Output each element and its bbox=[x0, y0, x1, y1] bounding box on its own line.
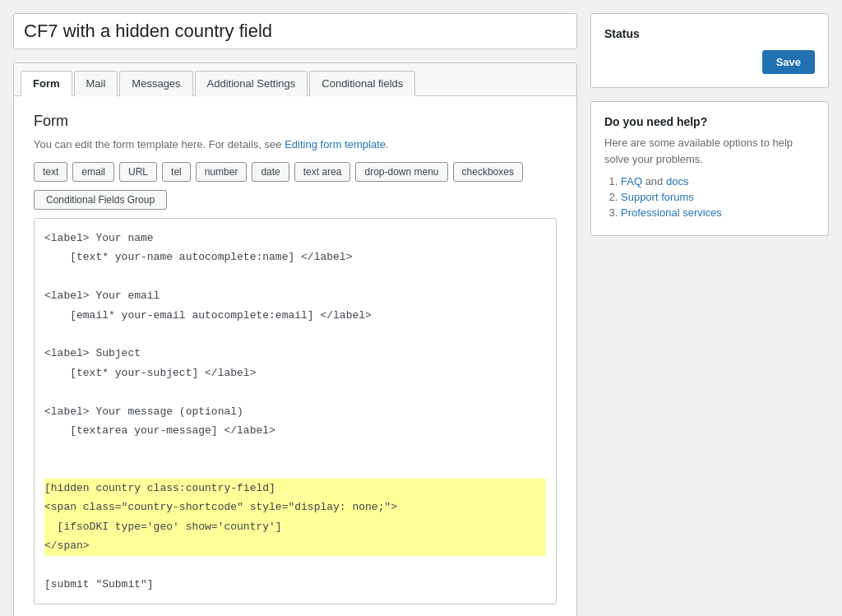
tab-form-content: Form You can edit the form template here… bbox=[14, 96, 576, 616]
help-item-3: Professional services bbox=[621, 206, 815, 219]
field-btn-url[interactable]: URL bbox=[119, 162, 157, 182]
field-btn-conditional-group[interactable]: Conditional Fields Group bbox=[34, 190, 167, 210]
professional-services-link[interactable]: Professional services bbox=[621, 206, 722, 219]
help-item-2: Support forums bbox=[621, 191, 815, 203]
tab-additional-settings[interactable]: Additional Settings bbox=[195, 71, 308, 96]
field-btn-text[interactable]: text bbox=[34, 162, 67, 182]
field-btn-number[interactable]: number bbox=[196, 162, 248, 182]
tabs-nav: Form Mail Messages Additional Settings C… bbox=[14, 63, 576, 96]
field-btn-dropdown[interactable]: drop-down menu bbox=[355, 162, 447, 182]
help-description: Here are some available options to help … bbox=[604, 135, 815, 167]
help-panel: Do you need help? Here are some availabl… bbox=[590, 101, 829, 236]
status-panel: Status Save bbox=[590, 13, 829, 88]
editing-template-link[interactable]: Editing form template bbox=[285, 138, 386, 151]
form-section-heading: Form bbox=[34, 113, 557, 130]
status-heading: Status bbox=[604, 27, 815, 40]
help-item-1: FAQ and docs bbox=[621, 175, 815, 188]
field-buttons-row: text email URL tel number date text area… bbox=[34, 162, 557, 182]
faq-link[interactable]: FAQ bbox=[621, 175, 642, 188]
tabs-container: Form Mail Messages Additional Settings C… bbox=[13, 63, 577, 616]
field-buttons-row2: Conditional Fields Group bbox=[34, 190, 557, 210]
docs-link[interactable]: docs bbox=[666, 175, 688, 188]
field-btn-checkboxes[interactable]: checkboxes bbox=[453, 162, 523, 182]
field-btn-tel[interactable]: tel bbox=[162, 162, 191, 182]
field-btn-email[interactable]: email bbox=[72, 162, 114, 182]
tab-mail[interactable]: Mail bbox=[74, 71, 118, 96]
tab-conditional-fields[interactable]: Conditional fields bbox=[309, 71, 415, 96]
support-forums-link[interactable]: Support forums bbox=[621, 191, 694, 203]
save-button[interactable]: Save bbox=[762, 50, 815, 74]
form-code-editor[interactable]: <label> Your name [text* your-name autoc… bbox=[34, 218, 557, 604]
help-heading: Do you need help? bbox=[604, 115, 815, 128]
tab-messages[interactable]: Messages bbox=[119, 71, 192, 96]
form-description: You can edit the form template here. For… bbox=[34, 138, 557, 151]
form-title-input[interactable] bbox=[13, 13, 577, 49]
help-list: FAQ and docs Support forums Professional… bbox=[604, 175, 815, 219]
field-btn-textarea[interactable]: text area bbox=[294, 162, 351, 182]
tab-form[interactable]: Form bbox=[21, 71, 72, 96]
field-btn-date[interactable]: date bbox=[252, 162, 289, 182]
